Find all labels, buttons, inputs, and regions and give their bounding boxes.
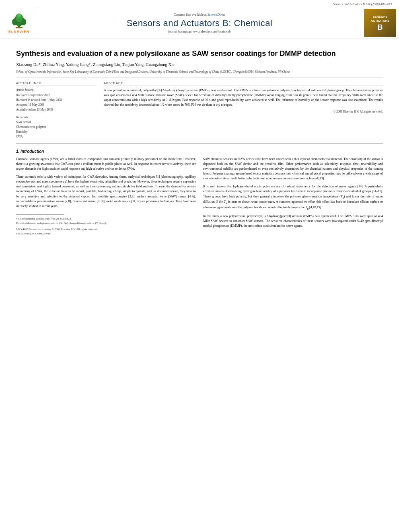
article-info-label: ARTICLE INFO bbox=[16, 81, 97, 86]
abstract-text: A new polysiloxane material, polymethyl[… bbox=[104, 88, 383, 107]
footer-doi: doi:10.1016/j.snb.2008.05.016 bbox=[16, 232, 196, 236]
journal-banner: ELSEVIER Contents lists available at Sci… bbox=[0, 7, 399, 39]
intro-para1: Chemical warfare agents (CWA) are a leth… bbox=[16, 157, 196, 171]
elsevier-logo: ELSEVIER bbox=[8, 12, 30, 34]
footnote-divider bbox=[16, 214, 64, 215]
footer-issn: 0925-4005/$ – see front matter © 2008 El… bbox=[16, 227, 196, 232]
intro-col2-para3: In this study, a new polysiloxane, polym… bbox=[203, 214, 383, 228]
keyword-saw: SAW sensor bbox=[16, 120, 97, 125]
keyword-cwa: CWA bbox=[16, 134, 97, 139]
svg-point-5 bbox=[17, 14, 21, 18]
footnote-email: E-mail addresses: xsdu@uestc.edu.cn (X. … bbox=[16, 221, 196, 226]
journal-homepage: journal homepage: www.elsevier.com/locat… bbox=[168, 30, 230, 33]
footnote-star: * Corresponding authors. Fax: +86 28 832… bbox=[16, 217, 196, 221]
affiliation: School of Optoelectronic Information, St… bbox=[16, 70, 383, 74]
sensors-logo-text: SENSORSACTUATORS bbox=[370, 14, 390, 24]
top-citation: Sensors and Actuators B 134 (2008) 409–4… bbox=[0, 0, 399, 7]
body-col-left: Chemical warfare agents (CWA) are a leth… bbox=[16, 157, 196, 236]
sensors-logo-box: SENSORSACTUATORS B bbox=[364, 9, 396, 37]
article-info-abstract: ARTICLE INFO Article history: Received 5… bbox=[16, 81, 383, 139]
elsevier-logo-area: ELSEVIER bbox=[0, 7, 38, 39]
abstract-col: ABSTRACT A new polysiloxane material, po… bbox=[104, 81, 383, 139]
body-col-right: SAW chemical sensors are SAW devices tha… bbox=[203, 157, 383, 236]
sciencedirect-line: Contents lists available at ScienceDirec… bbox=[174, 13, 226, 16]
intro-col2-para1: SAW chemical sensors are SAW devices tha… bbox=[203, 157, 383, 181]
journal-title-banner: Sensors and Actuators B: Chemical bbox=[127, 18, 273, 29]
article-history-heading: Article history: bbox=[16, 88, 97, 92]
divider-1 bbox=[16, 78, 383, 78]
divider-2 bbox=[16, 143, 383, 144]
intro-heading: 1. Introduction bbox=[16, 149, 383, 154]
main-content: Synthesis and evaluation of a new polysi… bbox=[0, 39, 399, 244]
revised-date: Received in revised form 1 May 2008 bbox=[16, 98, 97, 103]
elsevier-text: ELSEVIER bbox=[8, 30, 30, 34]
body-two-col: Chemical warfare agents (CWA) are a leth… bbox=[16, 157, 383, 236]
page: Sensors and Actuators B 134 (2008) 409–4… bbox=[0, 0, 399, 532]
banner-center: Contents lists available at ScienceDirec… bbox=[38, 7, 361, 39]
keywords-label: Keywords: bbox=[16, 115, 97, 119]
accepted-date: Accepted 16 May 2008 bbox=[16, 103, 97, 107]
copyright: © 2008 Elsevier B.V. All rights reserved… bbox=[104, 110, 383, 113]
keyword-chemo: Chemoselective polymer bbox=[16, 125, 97, 129]
article-title: Synthesis and evaluation of a new polysi… bbox=[16, 49, 383, 58]
received-date: Received 5 September 2007 bbox=[16, 93, 97, 98]
available-date: Available online 23 May 2008 bbox=[16, 107, 97, 112]
svg-rect-6 bbox=[15, 27, 23, 29]
sciencedirect-link[interactable]: ScienceDirect bbox=[208, 13, 226, 16]
sensors-b-badge: B bbox=[378, 23, 383, 32]
intro-para2: There currently exist a wide variety of … bbox=[16, 175, 196, 209]
citation-text: Sensors and Actuators B 134 (2008) 409–4… bbox=[333, 2, 392, 6]
elsevier-tree-icon bbox=[8, 12, 30, 29]
keyword-humidity: Humidity bbox=[16, 129, 97, 134]
abstract-label: ABSTRACT bbox=[104, 81, 383, 86]
authors: Xiaosong Du*, Zhihua Ying, Yadong Jiang*… bbox=[16, 62, 383, 68]
article-info-col: ARTICLE INFO Article history: Received 5… bbox=[16, 81, 97, 139]
intro-col2-para2: It is well known that hydrogen-bond acid… bbox=[203, 184, 383, 211]
banner-right: SENSORSACTUATORS B bbox=[361, 7, 399, 39]
